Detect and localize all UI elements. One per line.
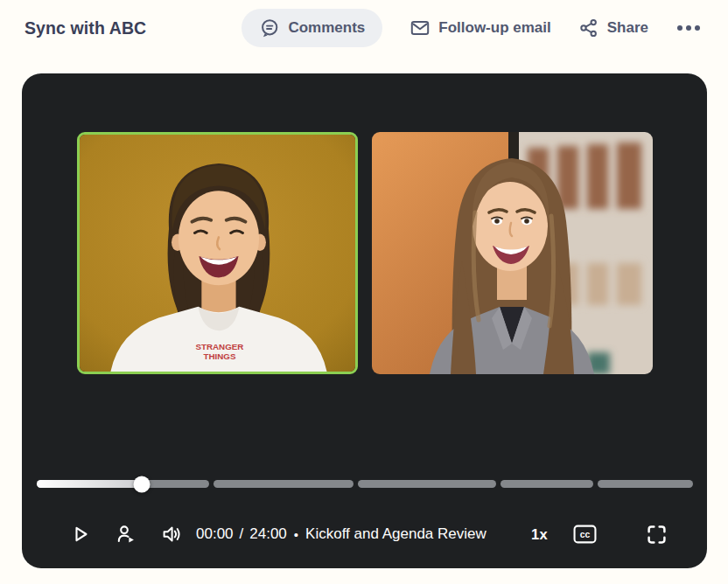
progress-segment[interactable] (37, 480, 209, 488)
play-button[interactable] (70, 523, 91, 546)
time-display: 00:00 / 24:00 • Kickoff and Agenda Revie… (196, 525, 486, 543)
progress-thumb[interactable] (134, 476, 150, 492)
progress-segment[interactable] (358, 480, 497, 488)
envelope-icon (410, 17, 430, 38)
fullscreen-corners-icon (647, 525, 667, 545)
playback-speed-button[interactable]: 1x (531, 526, 548, 543)
shirt-logo-line1: STRANGER (195, 342, 243, 351)
header: Sync with ABC Comments Follow-up email (0, 0, 728, 47)
video-tiles: STRANGER THINGS (22, 132, 707, 374)
more-button[interactable] (676, 20, 702, 36)
fullscreen-button[interactable] (647, 523, 667, 546)
cc-label: cc (580, 530, 591, 539)
progress-segment[interactable] (500, 480, 592, 488)
progress-segment[interactable] (214, 480, 353, 488)
share-button[interactable]: Share (578, 17, 648, 38)
volume-button[interactable] (161, 523, 182, 546)
active-speaker-portrait: STRANGER THINGS (80, 135, 355, 372)
comments-label: Comments (288, 19, 365, 37)
player-controls: 00:00 / 24:00 • Kickoff and Agenda Revie… (70, 520, 667, 548)
person-play-icon (116, 524, 136, 545)
follow-up-email-button[interactable]: Follow-up email (410, 17, 550, 38)
speech-bubble-icon (259, 17, 280, 38)
shirt-logo-line2: THINGS (203, 351, 235, 361)
share-nodes-icon (578, 17, 599, 38)
speaker-waves-icon (161, 524, 182, 545)
speaker-skip-button[interactable] (116, 523, 136, 546)
comments-button[interactable]: Comments (242, 9, 382, 47)
play-icon (70, 524, 91, 545)
follow-up-email-label: Follow-up email (438, 19, 550, 37)
page-title: Sync with ABC (24, 18, 146, 38)
time-current: 00:00 (196, 525, 234, 543)
video-tile-participant[interactable] (372, 132, 653, 374)
time-total: 24:00 (249, 525, 287, 543)
video-tile-active-speaker[interactable]: STRANGER THINGS (77, 132, 358, 374)
progress-fill (37, 480, 142, 488)
progress-bar[interactable] (37, 480, 693, 488)
video-player: STRANGER THINGS (22, 73, 707, 568)
chapter-bullet: • (294, 527, 298, 542)
share-label: Share (607, 19, 648, 37)
chapter-title: Kickoff and Agenda Review (305, 525, 486, 543)
progress-segment[interactable] (598, 480, 693, 488)
header-actions: Comments Follow-up email Share (242, 9, 702, 47)
ellipsis-icon (677, 25, 682, 31)
controls-right: 1x cc (531, 523, 667, 546)
captions-button[interactable]: cc (573, 523, 597, 546)
time-separator: / (240, 525, 244, 543)
participant-portrait (372, 132, 653, 374)
closed-captions-icon: cc (573, 525, 597, 544)
